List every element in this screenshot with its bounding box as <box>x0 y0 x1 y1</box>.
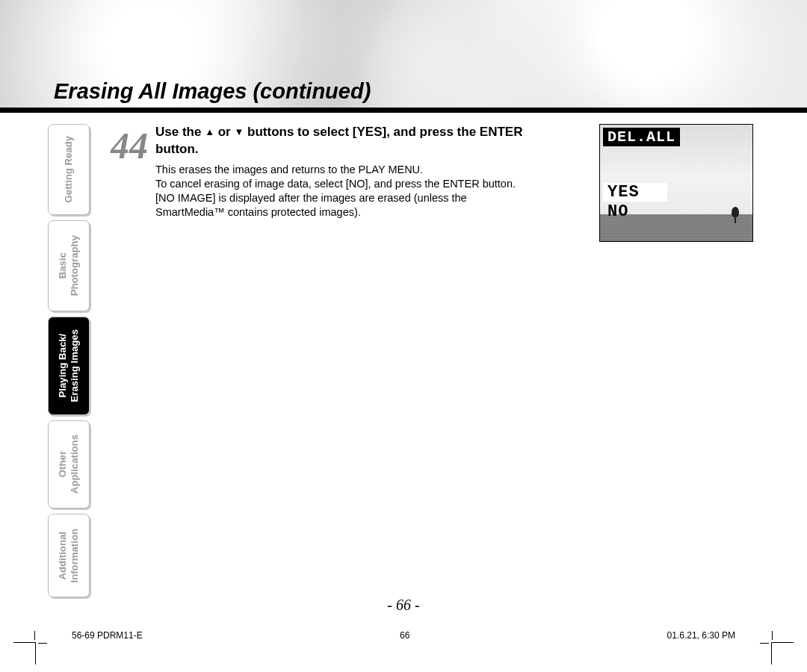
crop-mark-bl <box>13 642 36 665</box>
step-desc-1: This erases the images and returns to th… <box>155 163 537 177</box>
content-area: 4 4 Use the ▲ or ▼ buttons to select [YE… <box>111 124 753 220</box>
section-tab-3[interactable]: Other Applications <box>48 420 90 508</box>
title-rule <box>0 108 807 113</box>
section-tab-label: Playing Back/ Erasing Images <box>57 321 81 410</box>
step-number: 4 4 <box>111 124 148 163</box>
footer-timestamp: 01.6.21, 6:30 PM <box>667 630 735 641</box>
section-tab-2[interactable]: Playing Back/ Erasing Images <box>48 317 90 415</box>
section-tabs: Getting ReadyBasic PhotographyPlaying Ba… <box>48 124 91 597</box>
step-desc-3: [NO IMAGE] is displayed after the images… <box>155 191 537 220</box>
section-tab-1[interactable]: Basic Photography <box>48 220 90 311</box>
section-tab-4[interactable]: Additional Information <box>48 514 90 597</box>
lcd-tree-trunk <box>735 216 736 223</box>
page-number: - 66 - <box>0 597 807 614</box>
footer-page: 66 <box>400 630 409 641</box>
down-triangle-icon: ▼ <box>234 126 244 137</box>
section-tab-label: Getting Ready <box>63 128 75 211</box>
lcd-option-no: NO <box>603 202 633 221</box>
footer-doc-id: 56-69 PDRM11-E <box>72 630 143 641</box>
page-title: Erasing All Images (continued) <box>54 79 371 104</box>
lcd-option-yes: YES <box>603 183 667 202</box>
step-desc-2: To cancel erasing of image data, select … <box>155 177 537 191</box>
section-tab-label: Basic Photography <box>57 227 81 304</box>
section-tab-label: Additional Information <box>57 520 81 591</box>
lcd-preview: DEL.ALL YES NO <box>599 124 753 242</box>
lcd-title: DEL.ALL <box>603 128 680 146</box>
up-triangle-icon: ▲ <box>205 126 214 137</box>
footer: 56-69 PDRM11-E 66 01.6.21, 6:30 PM <box>72 630 735 641</box>
section-tab-0[interactable]: Getting Ready <box>48 124 90 215</box>
step-instruction: Use the ▲ or ▼ buttons to select [YES], … <box>155 124 544 158</box>
section-tab-label: Other Applications <box>57 426 81 502</box>
crop-mark-br <box>771 642 794 665</box>
